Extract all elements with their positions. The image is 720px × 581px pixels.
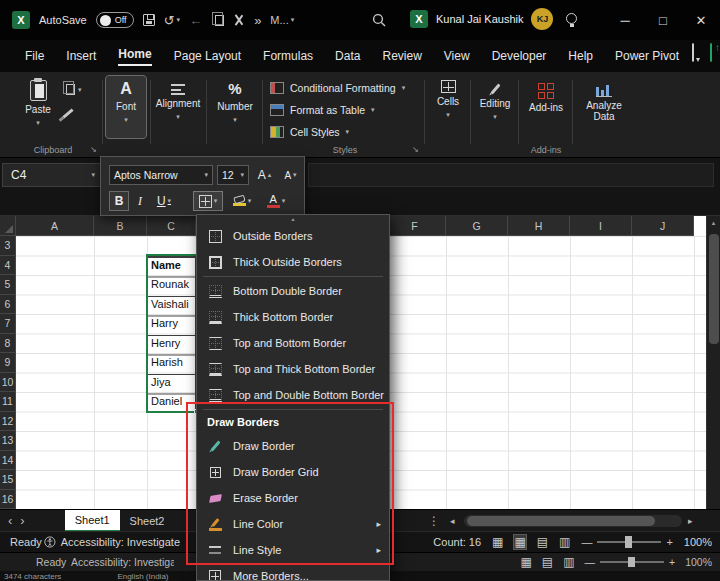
sheet-tab-sheet2[interactable]: Sheet2 <box>120 510 164 532</box>
row-header-11[interactable]: 11 <box>0 392 16 412</box>
share-button[interactable] <box>710 44 712 62</box>
fill-color-button[interactable]: ▾ <box>227 191 257 211</box>
board-icon[interactable]: ▦ <box>492 535 503 549</box>
italic-button[interactable]: I <box>132 191 148 211</box>
row-header-3[interactable]: 3 <box>0 236 16 256</box>
ideas-bulb-icon[interactable] <box>566 13 577 24</box>
font-size-combobox[interactable]: 12▾ <box>217 165 249 185</box>
undo-button[interactable]: ↺▾ <box>164 13 180 28</box>
page-layout-view-icon[interactable]: ▤ <box>537 535 548 549</box>
tab-page-layout[interactable]: Page Layout <box>163 40 252 72</box>
styles-dialog-launcher[interactable]: ↘ <box>412 145 419 154</box>
menu-item-top-and-thick-bottom-border[interactable]: Top and Thick Bottom Border <box>197 356 389 382</box>
copy-small-button[interactable]: ▾ <box>62 84 82 95</box>
zoom-level[interactable]: 100% <box>684 536 712 548</box>
format-as-table-button[interactable]: Format as Table ▾ <box>270 100 375 120</box>
column-header-C[interactable]: C <box>147 216 196 236</box>
minimize-button[interactable]: ─ <box>606 0 644 40</box>
row-header-7[interactable]: 7 <box>0 314 16 334</box>
conditional-formatting-button[interactable]: Conditional Formatting ▾ <box>270 78 405 98</box>
menu-item-thick-bottom-border[interactable]: Thick Bottom Border <box>197 304 389 330</box>
zoom-in-icon[interactable]: + <box>666 536 672 548</box>
alignment-group-button[interactable]: Alignment ▾ <box>154 76 202 138</box>
copy-button[interactable] <box>211 15 224 26</box>
shrink-font-button[interactable]: A▾ <box>279 165 302 185</box>
underline-button[interactable]: U▾ <box>151 191 177 211</box>
borders-button[interactable]: ▾ <box>193 191 223 211</box>
zoom-slider-thumb[interactable] <box>625 536 632 548</box>
tab-insert[interactable]: Insert <box>55 40 107 72</box>
bold-button[interactable]: B <box>109 191 129 211</box>
sheet-tab-sheet1[interactable]: Sheet1 <box>65 510 120 532</box>
column-header-I[interactable]: I <box>570 216 632 236</box>
row-header-12[interactable]: 12 <box>0 412 16 432</box>
qat-more-button[interactable]: M...▾ <box>270 14 294 26</box>
clipboard-dialog-launcher[interactable]: ↘ <box>90 145 97 154</box>
hscroll-right-icon[interactable]: ▸ <box>688 516 693 526</box>
horizontal-scrollbar[interactable] <box>464 515 682 527</box>
column-header-G[interactable]: G <box>446 216 508 236</box>
row-header-6[interactable]: 6 <box>0 295 16 315</box>
menu-item-bottom-double-border[interactable]: Bottom Double Border <box>197 278 389 304</box>
tab-review[interactable]: Review <box>371 40 432 72</box>
sheet-nav-right-icon[interactable]: › <box>20 513 32 528</box>
font-color-button[interactable]: A▾ <box>261 191 291 211</box>
menu-item-more-borders[interactable]: More Borders... <box>197 563 389 581</box>
row-header-16[interactable]: 16 <box>0 490 16 510</box>
row-header-15[interactable]: 15 <box>0 470 16 490</box>
back-button[interactable]: ← <box>189 13 202 28</box>
save-button[interactable] <box>143 14 155 26</box>
sheet-nav-left-icon[interactable]: ‹ <box>0 513 20 528</box>
restore-button[interactable]: □ <box>644 0 682 40</box>
accessibility-status[interactable]: Accessibility: Investigate <box>44 536 180 548</box>
paste-button[interactable]: Paste ▾ <box>18 76 58 138</box>
formula-input[interactable] <box>308 163 714 187</box>
hscroll-left-icon[interactable]: ◂ <box>450 516 455 526</box>
format-painter-button[interactable] <box>62 112 74 115</box>
font-name-combobox[interactable]: Aptos Narrow▾ <box>109 165 213 185</box>
sheet-tab-options-icon[interactable]: ⋮ <box>428 514 440 528</box>
column-header-F[interactable]: F <box>384 216 446 236</box>
select-all-corner[interactable] <box>0 216 16 236</box>
zoom-slider[interactable] <box>597 541 661 543</box>
tab-view[interactable]: View <box>433 40 481 72</box>
row-header-4[interactable]: 4 <box>0 256 16 276</box>
avatar[interactable]: KJ <box>531 8 553 30</box>
search-button[interactable] <box>372 13 386 31</box>
row-header-9[interactable]: 9 <box>0 353 16 373</box>
normal-view-icon[interactable]: ▦ <box>514 535 525 549</box>
row-header-13[interactable]: 13 <box>0 431 16 451</box>
row-header-10[interactable]: 10 <box>0 373 16 393</box>
column-header-A[interactable]: A <box>16 216 94 236</box>
menu-item-thick-outside-borders[interactable]: Thick Outside Borders <box>197 249 389 275</box>
name-box[interactable]: C4 ▾ <box>2 163 102 187</box>
analyze-data-button[interactable]: Analyze Data <box>578 76 630 138</box>
row-header-14[interactable]: 14 <box>0 451 16 471</box>
close-button[interactable]: ✕ <box>682 0 720 40</box>
tab-data[interactable]: Data <box>324 40 371 72</box>
row-header-5[interactable]: 5 <box>0 275 16 295</box>
cells-group-button[interactable]: Cells ▾ <box>428 76 468 138</box>
cut-button[interactable] <box>233 14 245 26</box>
menu-scroll-up-icon[interactable]: ▴ <box>197 215 389 223</box>
tab-help[interactable]: Help <box>557 40 604 72</box>
tab-developer[interactable]: Developer <box>481 40 558 72</box>
zoom-out-icon[interactable]: — <box>581 536 592 548</box>
vertical-scrollbar[interactable]: ▴ <box>706 216 720 509</box>
vertical-scroll-thumb[interactable] <box>709 234 719 344</box>
number-group-button[interactable]: % Number ▾ <box>212 76 258 138</box>
autosave-toggle[interactable]: Off <box>96 12 134 28</box>
tab-formulas[interactable]: Formulas <box>252 40 324 72</box>
tab-power-pivot[interactable]: Power Pivot <box>604 40 690 72</box>
user-name[interactable]: Kunal Jai Kaushik <box>436 13 523 25</box>
grow-font-button[interactable]: A▴ <box>253 165 276 185</box>
column-header-J[interactable]: J <box>632 216 694 236</box>
cell-styles-button[interactable]: Cell Styles ▾ <box>270 122 349 142</box>
comments-button[interactable] <box>692 44 694 62</box>
editing-group-button[interactable]: Editing ▾ <box>474 76 516 138</box>
font-group-button[interactable]: A Font ▾ <box>106 76 146 138</box>
page-break-view-icon[interactable]: ▥ <box>559 535 570 549</box>
menu-item-outside-borders[interactable]: Outside Borders <box>197 223 389 249</box>
row-header-8[interactable]: 8 <box>0 334 16 354</box>
column-header-B[interactable]: B <box>94 216 147 236</box>
